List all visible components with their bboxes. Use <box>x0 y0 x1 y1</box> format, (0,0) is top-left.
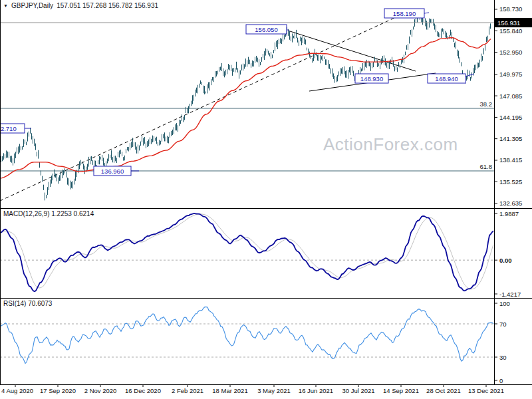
macd-values: 1.2253 0.6214 <box>51 210 94 217</box>
price-level-label: 142.710 <box>0 125 17 132</box>
x-axis-label: 18 Mar 2021 <box>212 387 247 394</box>
chart-title-ohlc: 157.051 157.268 156.782 156.931 <box>57 2 158 9</box>
y-axis-label: 70 <box>499 321 507 328</box>
x-axis-label: 14 Sep 2021 <box>383 387 419 394</box>
x-axis-label: 4 Aug 2020 <box>1 387 33 394</box>
macd-panel-title: MACD(12,26,9) 1.2253 0.6214 <box>3 210 94 217</box>
y-axis-label: 0 <box>499 377 503 384</box>
x-axis-label: 13 Dec 2021 <box>468 387 504 394</box>
x-axis-label: 30 Jul 2021 <box>342 387 374 394</box>
y-axis-label: 158.730 <box>499 5 522 13</box>
y-axis-label: 135.525 <box>499 178 522 186</box>
y-axis-label: 100 <box>499 300 510 307</box>
price-level-label: 136.960 <box>101 168 124 175</box>
price-level-label: 148.930 <box>360 75 383 82</box>
y-axis-label: 144.195 <box>499 114 522 121</box>
fib-level-label: 61.8 <box>480 163 493 170</box>
y-axis-label: 147.085 <box>499 92 522 100</box>
fib-level-label: 38.2 <box>480 100 493 108</box>
x-axis-label: 16 Dec 2020 <box>125 387 161 394</box>
y-axis-label: 0.00 <box>499 257 512 264</box>
rsi-label: RSI(14) <box>3 300 26 307</box>
y-axis-label: 132.635 <box>499 200 522 207</box>
price-level-leader <box>424 13 429 13</box>
x-axis-label: 2 Nov 2020 <box>84 387 117 394</box>
price-level-label: 156.050 <box>255 26 277 33</box>
macd-line <box>0 213 493 291</box>
trading-chart-window: ActionForex.com 38.261.8142.710136.96015… <box>0 0 532 399</box>
chart-title-symbol: GBPJPY,Daily <box>11 2 53 9</box>
price-level-label: 148.940 <box>435 75 458 82</box>
chart-title-bar: ▼ GBPJPY,Daily 157.051 157.268 156.782 1… <box>3 2 158 9</box>
x-axis-label: 3 May 2021 <box>257 387 291 394</box>
price-level-label: 158.190 <box>393 10 416 17</box>
trendline <box>288 31 416 71</box>
x-axis-label: 16 Jun 2021 <box>299 387 333 394</box>
rsi-value: 70.6073 <box>28 300 52 307</box>
y-axis-label: 152.950 <box>499 49 522 56</box>
macd-signal-line <box>0 214 493 289</box>
x-axis-label: 17 Sep 2020 <box>40 387 76 394</box>
y-axis-label: 1.9887 <box>499 210 519 217</box>
rsi-panel-title: RSI(14) 70.6073 <box>3 300 52 307</box>
x-axis-label: 28 Oct 2021 <box>426 387 461 394</box>
y-axis-label: 138.415 <box>499 156 522 164</box>
y-axis-label: 141.305 <box>499 135 522 142</box>
current-price-label: 156.931 <box>497 19 520 27</box>
y-axis-label: 30 <box>499 354 507 361</box>
y-axis-label: 149.975 <box>499 70 522 78</box>
x-axis-label: 2 Feb 2021 <box>172 387 203 394</box>
y-axis-label: 155.840 <box>499 27 522 35</box>
macd-label: MACD(12,26,9) <box>3 210 49 217</box>
symbol-dropdown-icon[interactable]: ▼ <box>3 3 8 9</box>
chart-canvas[interactable]: 38.261.8142.710136.960156.050158.190148.… <box>0 0 532 399</box>
rsi-line <box>0 307 493 364</box>
y-axis-label: -1.4217 <box>499 291 521 298</box>
